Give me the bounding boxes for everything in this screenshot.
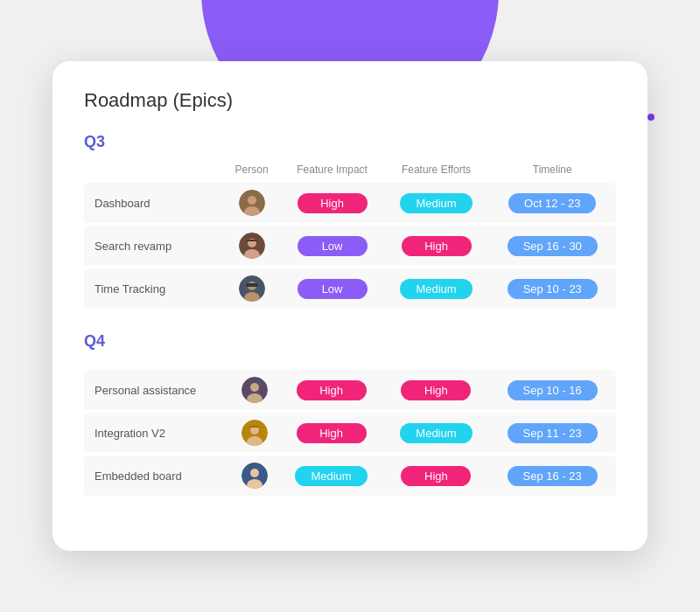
row-timeline: Sep 16 - 30 (488, 225, 616, 268)
timeline-badge: Oct 12 - 23 (508, 193, 596, 213)
impact-badge: High (297, 380, 367, 400)
col-timeline: Timeline (488, 160, 616, 183)
row-person (223, 268, 281, 310)
row-efforts: Medium (384, 268, 489, 310)
row-impact: High (279, 412, 384, 455)
efforts-badge: Medium (400, 279, 472, 299)
row-impact: Low (281, 225, 384, 268)
row-feature-name: Integration V2 (84, 412, 229, 455)
table-row: Embedded board MediumHighSep 16 - 23 (84, 455, 616, 497)
row-person (229, 412, 278, 455)
row-feature-name: Embedded board (84, 455, 229, 497)
col-person: Person (223, 160, 281, 183)
col-efforts: Feature Efforts (384, 160, 489, 183)
row-person (223, 183, 281, 225)
svg-point-3 (248, 196, 256, 205)
efforts-badge: Medium (400, 193, 472, 213)
col-feature-q4 (84, 359, 229, 370)
svg-point-13 (250, 383, 259, 392)
row-timeline: Sep 10 - 23 (488, 268, 616, 310)
row-feature-name: Search revamp (84, 225, 223, 268)
col-efforts-q4 (384, 359, 489, 370)
avatar (242, 462, 268, 489)
row-timeline: Oct 12 - 23 (488, 183, 616, 225)
roadmap-card: Roadmap (Epics) Q3 Person Feature Impact… (52, 61, 648, 551)
timeline-badge: Sep 10 - 16 (508, 380, 598, 400)
col-impact-q4 (279, 359, 384, 370)
row-person (229, 370, 278, 412)
row-efforts: High (384, 225, 489, 268)
efforts-badge: High (401, 380, 471, 400)
row-impact: High (281, 183, 384, 225)
timeline-badge: Sep 16 - 23 (508, 466, 598, 486)
row-person (223, 225, 281, 268)
q4-table: Personal assistance HighHighSep 10 - 16I… (84, 359, 616, 498)
row-timeline: Sep 11 - 23 (488, 412, 616, 455)
timeline-badge: Sep 16 - 30 (508, 236, 598, 256)
col-timeline-q4 (488, 359, 616, 370)
bg-dot (648, 114, 654, 121)
col-feature (84, 160, 223, 183)
timeline-badge: Sep 10 - 23 (508, 279, 598, 299)
q4-label: Q4 (84, 332, 616, 351)
avatar (242, 420, 268, 446)
q3-label: Q3 (84, 133, 616, 151)
row-feature-name: Time Tracking (84, 268, 223, 310)
table-row: Dashboard HighMediumOct 12 - 23 (84, 183, 616, 225)
timeline-badge: Sep 11 - 23 (508, 423, 598, 443)
page-title: Roadmap (Epics) (84, 89, 616, 112)
row-efforts: High (384, 455, 489, 497)
impact-badge: High (297, 423, 367, 443)
impact-badge: High (298, 193, 368, 213)
svg-point-19 (250, 469, 259, 477)
efforts-badge: Medium (400, 423, 472, 443)
efforts-badge: High (402, 236, 472, 256)
table-row: Personal assistance HighHighSep 10 - 16 (84, 370, 616, 412)
table-row: Time Tracking LowMediumSep 10 - 23 (84, 268, 616, 310)
impact-badge: Medium (295, 466, 367, 486)
row-impact: High (279, 370, 384, 412)
row-efforts: High (384, 370, 489, 412)
avatar (239, 233, 265, 259)
row-feature-name: Dashboard (84, 183, 223, 225)
row-person (229, 455, 278, 497)
row-timeline: Sep 16 - 23 (488, 455, 616, 497)
impact-badge: Low (298, 279, 368, 299)
row-impact: Medium (279, 455, 384, 497)
avatar (239, 275, 265, 302)
row-impact: Low (281, 268, 384, 310)
avatar (239, 190, 265, 216)
efforts-badge: High (401, 466, 471, 486)
avatar (242, 377, 268, 403)
svg-rect-11 (246, 283, 258, 287)
row-efforts: Medium (384, 412, 489, 455)
table-row: Integration V2 HighMediumSep 11 - 23 (84, 412, 616, 455)
impact-badge: Low (298, 236, 368, 256)
row-feature-name: Personal assistance (84, 370, 229, 412)
row-timeline: Sep 10 - 16 (488, 370, 616, 412)
col-impact: Feature Impact (281, 160, 384, 183)
row-efforts: Medium (384, 183, 489, 225)
col-person-q4 (229, 359, 278, 370)
table-row: Search revamp LowHighSep 16 - 30 (84, 225, 616, 268)
q3-table: Person Feature Impact Feature Efforts Ti… (84, 160, 616, 311)
